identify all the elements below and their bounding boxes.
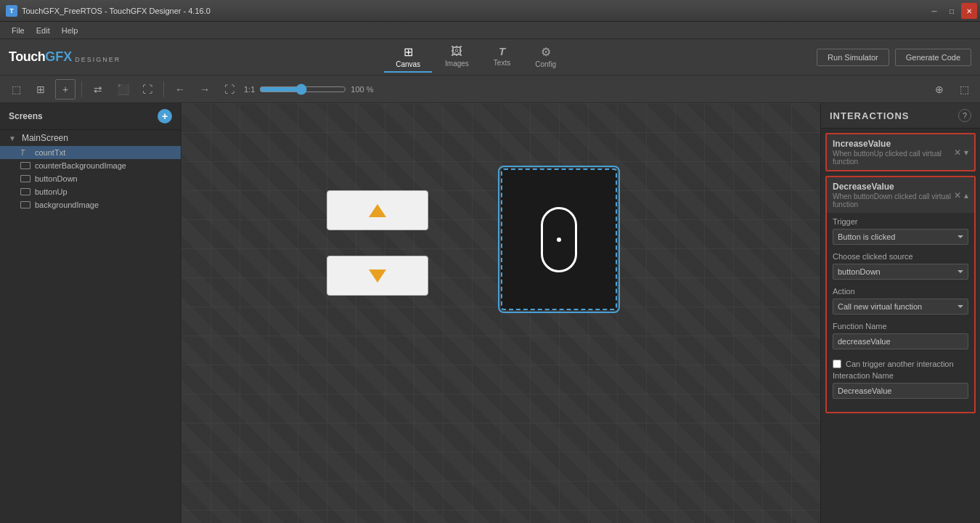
source-field-group: Choose clicked source buttonDown <box>833 252 968 280</box>
function-name-input[interactable] <box>833 333 968 349</box>
can-trigger-label: Can trigger another interaction <box>846 360 954 368</box>
select-tool-button[interactable]: ⬚ <box>6 79 26 100</box>
config-tab-label: Config <box>535 60 556 68</box>
decrease-value-collapse-button[interactable]: ▴ <box>964 190 968 200</box>
tab-canvas[interactable]: ⊞ Canvas <box>384 42 432 73</box>
minimize-button[interactable]: ─ <box>926 3 942 19</box>
titlebar: T TouchGFX_FreeRTOS - TouchGFX Designer … <box>0 0 980 22</box>
mainscreen-label: MainScreen <box>22 133 68 143</box>
undo-button[interactable]: ← <box>170 79 190 100</box>
sidebar-item-backgroundimage[interactable]: backgroundImage <box>0 198 181 211</box>
increase-value-name: IncreaseValue <box>833 139 954 149</box>
run-simulator-button[interactable]: Run Simulator <box>817 49 889 66</box>
add-screen-button[interactable]: + <box>158 109 172 123</box>
app-icon: T <box>6 5 17 17</box>
sidebar: Screens + ▼ MainScreen T countTxt counte… <box>0 103 181 523</box>
config-tab-icon: ⚙ <box>541 45 551 59</box>
help-icon[interactable]: ? <box>958 109 971 122</box>
zoom-slider-input[interactable] <box>259 84 346 95</box>
increase-value-expand-button[interactable]: ▾ <box>964 147 968 158</box>
resize-button[interactable]: ⬛ <box>113 79 133 100</box>
sidebar-item-counttxt[interactable]: T countTxt <box>0 146 181 159</box>
zoom-value-label: 100 % <box>351 85 373 94</box>
logo: Touch GFX DESIGNER <box>9 49 121 65</box>
fullscreen-button[interactable]: ⛶ <box>219 79 240 100</box>
texts-tab-icon: T <box>499 45 505 57</box>
can-trigger-row: Can trigger another interaction <box>833 357 968 371</box>
can-trigger-checkbox[interactable] <box>833 360 841 368</box>
tab-texts[interactable]: T Texts <box>482 42 522 73</box>
main-toolbar: Touch GFX DESIGNER ⊞ Canvas 🖼 Images T T… <box>0 39 980 76</box>
sidebar-item-counterbackground[interactable]: counterBackgroundImage <box>0 159 181 172</box>
trigger-select[interactable]: Button is clicked <box>833 229 968 245</box>
sidebar-item-mainscreen[interactable]: ▼ MainScreen <box>0 130 181 146</box>
toolbar2-right: ⊕ ⬚ <box>929 79 974 100</box>
zoom-ratio-label: 1:1 <box>244 85 255 94</box>
toolbar-right: Run Simulator Generate Code <box>817 49 971 66</box>
interaction-name-input[interactable] <box>833 383 968 399</box>
button-down-widget[interactable] <box>327 256 428 296</box>
buttondown-label: buttonDown <box>35 174 78 183</box>
images-tab-label: Images <box>445 60 469 68</box>
toolbar2-separator-2 <box>163 81 164 97</box>
texts-tab-label: Texts <box>494 59 510 67</box>
increase-value-card: IncreaseValue When buttonUp clicked call… <box>825 133 976 171</box>
screens-label: Screens <box>9 111 43 121</box>
decrease-value-card-info: DecreaseValue When buttonDown clicked ca… <box>833 182 954 208</box>
arrow-up-icon <box>369 204 386 217</box>
sidebar-header: Screens + <box>0 103 181 130</box>
menu-edit[interactable]: Edit <box>30 25 56 36</box>
layers-button[interactable]: ⊕ <box>929 79 950 100</box>
decrease-value-desc: When buttonDown clicked call virtual fun… <box>833 192 954 208</box>
increase-value-actions: ✕ ▾ <box>954 147 968 158</box>
toolbar-tabs: ⊞ Canvas 🖼 Images T Texts ⚙ Config <box>138 42 814 73</box>
image-widget-icon <box>20 162 30 169</box>
move-button[interactable]: ⇄ <box>88 79 108 100</box>
logo-designer: DESIGNER <box>75 56 121 63</box>
increase-value-card-info: IncreaseValue When buttonUp clicked call… <box>833 139 954 166</box>
decrease-value-delete-button[interactable]: ✕ <box>954 190 961 200</box>
counter-zero-shape <box>541 207 577 272</box>
canvas-tab-label: Canvas <box>396 60 420 68</box>
interaction-name-field-group: Interaction Name <box>833 371 968 399</box>
increase-value-desc: When buttonUp clicked call virtual funct… <box>833 150 954 166</box>
zoom-control: 1:1 100 % <box>244 84 374 95</box>
decrease-value-actions: ✕ ▴ <box>954 190 968 200</box>
add-widget-button[interactable]: + <box>55 79 75 100</box>
window-controls: ─ □ ✕ <box>926 3 977 19</box>
backgroundimage-label: backgroundImage <box>35 200 99 209</box>
logo-gfx: GFX <box>45 49 72 65</box>
source-label: Choose clicked source <box>833 252 968 261</box>
interactions-panel: INTERACTIONS ? IncreaseValue When button… <box>820 103 980 523</box>
menu-file[interactable]: File <box>6 25 30 36</box>
counter-display-widget[interactable] <box>501 169 617 310</box>
interaction-name-label: Interaction Name <box>833 371 968 380</box>
increase-value-card-header[interactable]: IncreaseValue When buttonUp clicked call… <box>827 134 974 170</box>
preview-button[interactable]: ⬚ <box>954 79 974 100</box>
sidebar-item-buttonup[interactable]: buttonUp <box>0 185 181 198</box>
source-select[interactable]: buttonDown <box>833 264 968 280</box>
action-select[interactable]: Call new virtual function <box>833 299 968 315</box>
maximize-button[interactable]: □ <box>944 3 960 19</box>
increase-value-delete-button[interactable]: ✕ <box>954 147 961 158</box>
generate-code-button[interactable]: Generate Code <box>895 49 971 66</box>
action-field-group: Action Call new virtual function <box>833 287 968 315</box>
grid-button[interactable]: ⊞ <box>30 79 51 100</box>
tab-config[interactable]: ⚙ Config <box>523 42 568 73</box>
window-title: TouchGFX_FreeRTOS - TouchGFX Designer - … <box>22 7 974 15</box>
canvas-area[interactable] <box>181 103 820 523</box>
fit-button[interactable]: ⛶ <box>137 79 158 100</box>
button-widget-icon-down <box>20 175 30 182</box>
bg-image-widget-icon <box>20 201 30 208</box>
button-widget-icon-up <box>20 188 30 195</box>
tab-images[interactable]: 🖼 Images <box>433 42 481 73</box>
sidebar-item-buttondown[interactable]: buttonDown <box>0 172 181 185</box>
decrease-value-card-header[interactable]: DecreaseValue When buttonDown clicked ca… <box>827 177 974 213</box>
secondary-toolbar: ⬚ ⊞ + ⇄ ⬛ ⛶ ← → ⛶ 1:1 100 % ⊕ ⬚ <box>0 76 980 103</box>
canvas-tab-icon: ⊞ <box>404 45 413 59</box>
menu-help[interactable]: Help <box>56 25 84 36</box>
close-button[interactable]: ✕ <box>961 3 977 19</box>
redo-button[interactable]: → <box>195 79 215 100</box>
counter-dot <box>557 238 561 242</box>
button-up-widget[interactable] <box>327 190 428 230</box>
